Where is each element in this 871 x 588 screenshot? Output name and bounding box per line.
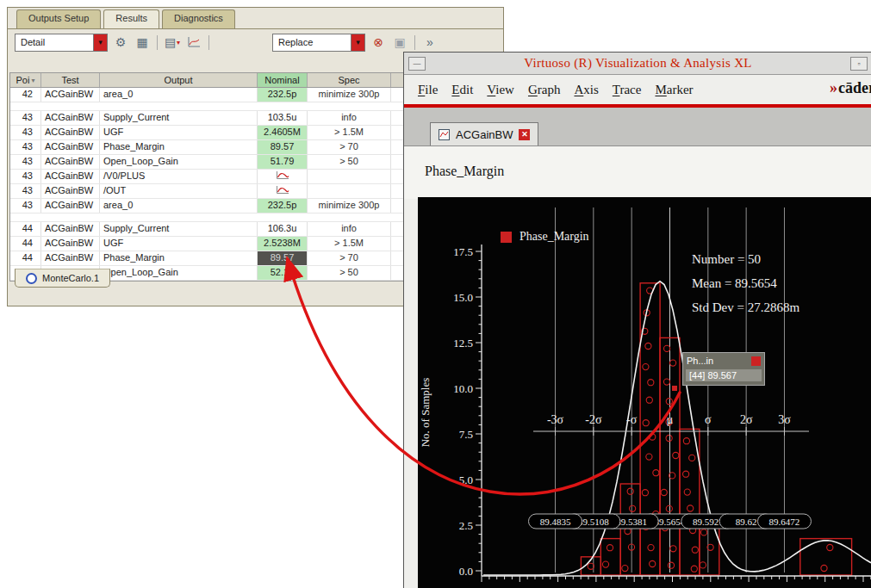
chart-view-icon[interactable] — [185, 34, 202, 51]
sample-point[interactable] — [627, 488, 633, 494]
sample-point[interactable] — [670, 546, 676, 552]
sample-point[interactable] — [642, 490, 648, 496]
detail-dropdown[interactable]: Detail ▾ — [15, 34, 108, 52]
cell-output: Supply_Current — [100, 222, 258, 236]
clear-results-icon[interactable]: ⊗ — [370, 34, 387, 51]
cell-nominal[interactable] — [258, 184, 308, 198]
cell-test: ACGainBW — [41, 155, 100, 169]
toolbar-separator — [157, 35, 158, 50]
cell-nominal[interactable]: 103.5u — [258, 111, 308, 125]
sample-point[interactable] — [588, 563, 594, 569]
sample-point[interactable] — [664, 345, 670, 351]
sample-point[interactable] — [684, 489, 690, 495]
cell-nominal[interactable]: 2.4605M — [258, 126, 308, 139]
tab-results[interactable]: Results — [103, 9, 159, 28]
layout-icon[interactable]: ▦ — [134, 34, 151, 51]
tab-outputs-setup[interactable]: Outputs Setup — [16, 9, 101, 28]
cell-nominal[interactable]: 106.3u — [258, 222, 308, 236]
sample-point[interactable] — [643, 364, 649, 370]
sample-point[interactable] — [700, 562, 706, 568]
sample-point[interactable] — [666, 435, 672, 441]
menu-edit[interactable]: Edit — [445, 81, 480, 99]
cell-point: 43 — [10, 111, 41, 125]
cell-nominal[interactable]: 52.15 — [258, 266, 308, 280]
sample-point[interactable] — [821, 565, 827, 571]
sample-points[interactable] — [588, 288, 833, 572]
sample-point[interactable] — [661, 489, 667, 495]
sample-point[interactable] — [648, 380, 654, 386]
cell-nominal[interactable]: 89.57 — [258, 251, 308, 265]
sample-point[interactable] — [645, 343, 651, 349]
sample-point[interactable] — [701, 529, 707, 535]
x-value-label: 89.6472 — [769, 517, 800, 527]
histogram-bar[interactable] — [680, 429, 700, 575]
sample-point[interactable] — [691, 566, 697, 572]
plot-canvas[interactable]: -3σ-2σ-σμσ2σ3σ0.02.55.07.510.012.515.017… — [418, 197, 871, 588]
sigma-label: -σ — [626, 413, 638, 426]
cell-output: area_0 — [100, 199, 258, 213]
menu-marker[interactable]: Marker — [648, 81, 700, 99]
sample-point[interactable] — [673, 452, 679, 458]
maximize-button[interactable]: ▫ — [850, 57, 868, 71]
cell-nominal[interactable]: 2.5238M — [258, 237, 308, 251]
toolbar-overflow-icon[interactable]: » — [421, 34, 439, 51]
sample-point[interactable] — [668, 562, 674, 568]
cell-output: area_0 — [100, 88, 258, 102]
cell-nominal[interactable]: 89.57 — [258, 140, 308, 154]
window-menu-icon[interactable]: — — [408, 57, 426, 71]
tab-acgainbw[interactable]: ACGainBW ✕ — [430, 122, 538, 145]
sample-point[interactable] — [687, 505, 694, 511]
cell-nominal[interactable]: 232.5p — [258, 199, 308, 213]
menu-graph[interactable]: Graph — [521, 81, 568, 99]
sample-point[interactable] — [666, 505, 672, 511]
tab-diagnostics[interactable]: Diagnostics — [162, 9, 235, 28]
close-icon[interactable]: ✕ — [519, 129, 530, 140]
sample-point[interactable] — [689, 455, 695, 461]
sample-point[interactable] — [670, 360, 676, 366]
histogram-bars[interactable] — [581, 283, 851, 575]
header-test[interactable]: Test — [41, 73, 100, 87]
sample-point[interactable] — [683, 471, 689, 477]
sample-point[interactable] — [692, 547, 698, 553]
cell-nominal[interactable]: 232.5p — [258, 88, 308, 102]
cell-nominal[interactable]: 51.79 — [258, 155, 308, 169]
sample-point[interactable] — [646, 397, 652, 403]
print-icon[interactable]: ▣ — [391, 34, 408, 51]
sample-point[interactable] — [602, 561, 608, 567]
sample-point[interactable] — [663, 379, 669, 385]
menu-view[interactable]: View — [480, 81, 521, 99]
sample-point[interactable] — [646, 454, 652, 460]
sample-point[interactable] — [648, 545, 654, 551]
sample-point[interactable] — [666, 399, 672, 405]
sample-point[interactable] — [650, 560, 656, 566]
sample-point[interactable] — [643, 420, 649, 426]
sample-point[interactable] — [653, 470, 659, 476]
header-output[interactable]: Output — [100, 73, 258, 87]
sample-point[interactable] — [607, 545, 613, 551]
x-ticks — [482, 576, 871, 582]
header-nominal[interactable]: Nominal — [258, 73, 308, 87]
plot-options-icon[interactable]: ⚙ — [112, 34, 129, 51]
menu-axis[interactable]: Axis — [567, 81, 605, 99]
dropdown-arrow-icon[interactable]: ▾ — [351, 34, 364, 51]
sample-point[interactable] — [630, 505, 636, 511]
cell-test: ACGainBW — [41, 251, 100, 265]
cell-nominal[interactable] — [258, 170, 308, 183]
sample-point[interactable] — [622, 566, 628, 572]
display-format-dropdown-icon[interactable]: ▤▾ — [164, 34, 181, 51]
cell-spec: > 1.5M — [308, 237, 391, 251]
sample-point[interactable] — [827, 544, 833, 550]
viva-titlebar[interactable]: — Virtuoso (R) Visualization & Analysis … — [404, 53, 871, 75]
header-spec[interactable]: Spec — [308, 73, 391, 87]
sample-point[interactable] — [650, 434, 656, 440]
montecarlo-tab[interactable]: MonteCarlo.1 — [15, 269, 110, 288]
histogram-bar[interactable] — [600, 539, 620, 575]
sample-point[interactable] — [683, 438, 689, 444]
menu-trace[interactable]: Trace — [606, 81, 649, 99]
replace-dropdown[interactable]: Replace ▾ — [272, 34, 365, 52]
menu-file[interactable]: File — [411, 81, 445, 99]
dropdown-arrow-icon[interactable]: ▾ — [93, 34, 107, 51]
header-point[interactable]: Poi▾ — [10, 73, 41, 87]
histogram-bar[interactable] — [800, 539, 852, 575]
panel-icon: ▤ — [165, 35, 176, 49]
